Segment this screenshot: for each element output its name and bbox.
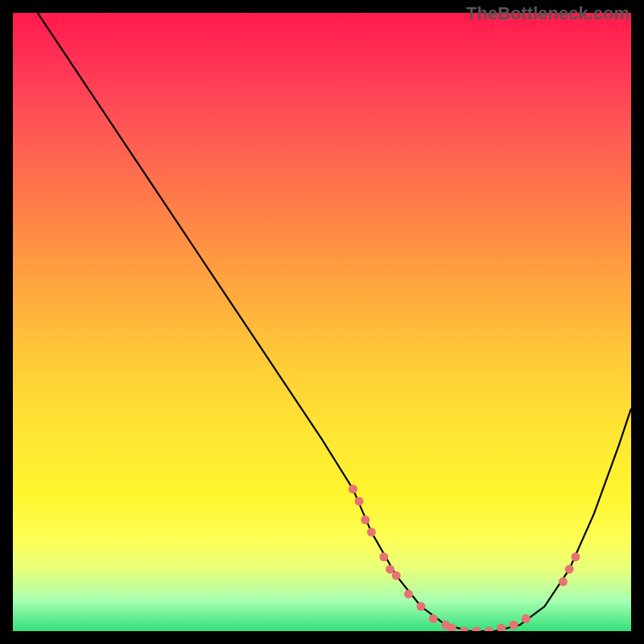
chart-marker	[460, 627, 469, 632]
bottleneck-curve-line	[38, 13, 631, 631]
chart-marker	[565, 565, 574, 574]
chart-marker	[429, 614, 438, 623]
chart-plot-area	[13, 13, 631, 631]
chart-marker	[361, 515, 369, 524]
watermark-text: TheBottleneck.com	[466, 3, 630, 24]
chart-marker	[404, 589, 413, 598]
chart-marker	[571, 552, 580, 561]
chart-marker	[510, 621, 518, 630]
chart-marker	[473, 627, 481, 632]
chart-svg	[13, 13, 631, 631]
chart-marker	[416, 602, 425, 611]
chart-markers	[349, 485, 580, 631]
chart-marker	[522, 614, 530, 623]
chart-marker	[392, 571, 401, 580]
chart-marker	[485, 627, 493, 632]
chart-marker	[349, 485, 357, 493]
chart-marker	[355, 497, 364, 506]
chart-marker	[379, 552, 388, 561]
chart-marker	[559, 577, 568, 586]
chart-marker	[497, 624, 506, 631]
chart-marker	[367, 528, 376, 537]
